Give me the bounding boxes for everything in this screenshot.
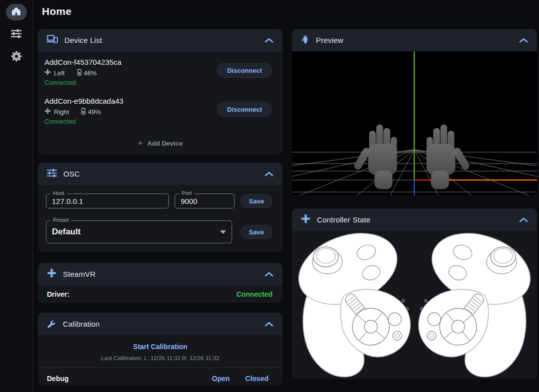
debug-label: Debug	[47, 375, 69, 383]
save-host-button[interactable]: Save	[241, 194, 272, 208]
save-preset-button[interactable]: Save	[241, 225, 272, 239]
steamvr-body: Driver: Connected	[38, 285, 282, 303]
device-side: Right	[54, 108, 69, 116]
sidebar	[0, 0, 33, 392]
device-row: AddCon-f453704235ca Left 46%	[44, 58, 276, 86]
host-input[interactable]	[52, 197, 163, 205]
calibration-title: Calibration	[63, 320, 100, 328]
chevron-up-icon[interactable]	[265, 322, 273, 327]
osc-host-row: Host Port Save	[46, 194, 272, 208]
gamepad-icon	[47, 268, 56, 280]
osc-preset-row: Preset Default Save	[46, 220, 272, 243]
calibration-card: Calibration Start Calibration Last Calib…	[38, 313, 282, 386]
controller-state-title: Controller State	[317, 215, 370, 224]
host-label: Host	[50, 190, 67, 196]
right-controller-model	[419, 231, 537, 377]
debug-closed-button[interactable]: Closed	[245, 375, 269, 383]
plus-icon: +	[138, 138, 143, 148]
osc-title: OSC	[63, 170, 80, 178]
device-status: Connected	[44, 79, 276, 86]
sidebar-item-settings[interactable]	[6, 48, 27, 66]
caret-down-icon	[220, 230, 226, 234]
chevron-up-icon[interactable]	[519, 217, 528, 222]
gear-icon	[11, 51, 22, 64]
host-field[interactable]: Host	[46, 194, 169, 208]
main-area: Home Device List AddCon-f453704235ca	[33, 0, 539, 392]
battery-percent: 46%	[84, 69, 97, 77]
controller-state-header: Controller State	[292, 208, 537, 231]
preview-card: Preview	[292, 29, 537, 196]
driver-status: Connected	[237, 290, 272, 298]
chevron-up-icon[interactable]	[519, 38, 528, 43]
calibration-header: Calibration	[38, 313, 282, 335]
battery-icon	[81, 107, 86, 116]
gamepad-icon	[44, 69, 51, 77]
steamvr-header: SteamVR	[38, 263, 282, 285]
left-controller-model	[292, 231, 410, 377]
osc-card: OSC Host Port Save Preset Defau	[38, 163, 282, 252]
battery-group: 46%	[77, 68, 97, 77]
last-calibration-text: Last Calibration: L: 12/26 11:32 R: 12/2…	[38, 355, 282, 361]
chevron-up-icon[interactable]	[265, 38, 273, 43]
add-device-label: Add Device	[147, 140, 183, 147]
device-list-title: Device List	[64, 36, 102, 44]
hand-icon	[301, 34, 309, 46]
osc-header: OSC	[38, 163, 282, 185]
battery-group: 49%	[81, 107, 101, 116]
port-field[interactable]: Port	[175, 194, 235, 208]
driver-label: Driver:	[47, 290, 69, 298]
battery-icon	[77, 68, 82, 77]
sidebar-item-home[interactable]	[6, 4, 27, 20]
add-device-button[interactable]: + Add Device	[38, 138, 282, 148]
osc-body: Host Port Save Preset Default Save	[38, 185, 282, 243]
sidebar-item-tune[interactable]	[6, 25, 27, 43]
steamvr-title: SteamVR	[63, 270, 96, 278]
gamepad-icon	[301, 214, 310, 225]
device-list-header: Device List	[38, 29, 282, 51]
home-icon	[11, 7, 21, 17]
device-side: Left	[54, 69, 65, 77]
devices-icon	[47, 35, 58, 45]
preview-title: Preview	[316, 36, 343, 44]
battery-percent: 49%	[88, 108, 101, 116]
controller-state-card: Controller State	[292, 208, 537, 379]
disconnect-button[interactable]: Disconnect	[217, 63, 272, 78]
preset-label: Preset	[50, 217, 71, 223]
gamepad-icon	[44, 108, 51, 116]
steamvr-card: SteamVR Driver: Connected	[38, 263, 282, 303]
debug-open-button[interactable]: Open	[212, 375, 230, 383]
tune-icon	[11, 29, 21, 40]
page-title: Home	[42, 5, 72, 17]
calibration-footer: Debug Open Closed	[38, 368, 282, 386]
chevron-up-icon[interactable]	[265, 272, 273, 277]
device-list-card: Device List AddCon-f453704235ca Left	[38, 29, 282, 155]
port-label: Port	[179, 190, 194, 196]
port-input[interactable]	[181, 197, 229, 205]
preview-canvas[interactable]	[292, 51, 537, 196]
device-row: AddCon-e9bb8dcada43 Right 49%	[44, 97, 276, 125]
preset-value: Default	[52, 227, 81, 237]
preview-header: Preview	[292, 29, 537, 51]
controller-illustration	[292, 231, 537, 379]
wrench-icon	[47, 318, 56, 330]
disconnect-button[interactable]: Disconnect	[217, 102, 272, 117]
chevron-up-icon[interactable]	[265, 172, 273, 177]
start-calibration-button[interactable]: Start Calibration	[38, 343, 282, 351]
device-status: Connected	[44, 118, 276, 125]
preset-select[interactable]: Preset Default	[46, 220, 232, 243]
tune-icon	[47, 169, 57, 180]
